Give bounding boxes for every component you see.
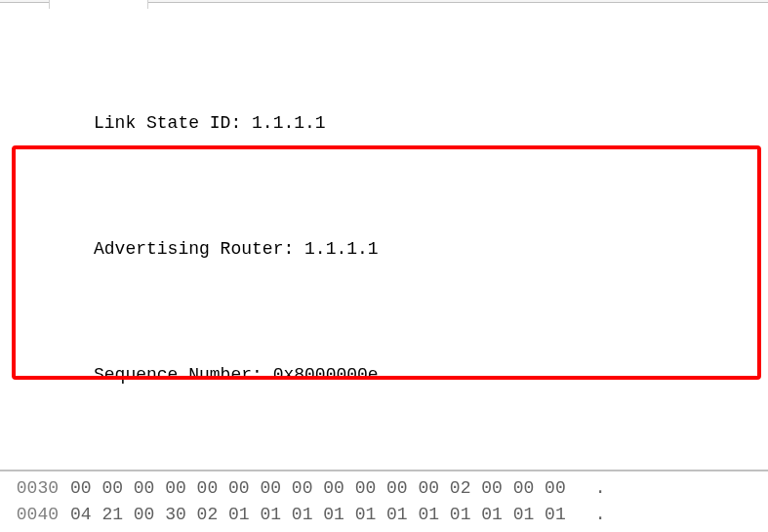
field-adv-router-1[interactable]: Advertising Router: 1.1.1.1 bbox=[0, 233, 768, 265]
hex-row[interactable]: 0040 04 21 00 30 02 01 01 01 01 01 01 01… bbox=[0, 502, 768, 528]
packet-details-pane[interactable]: Link State ID: 1.1.1.1 Advertising Route… bbox=[0, 3, 768, 470]
field-link-state-id-1[interactable]: Link State ID: 1.1.1.1 bbox=[0, 107, 768, 139]
hex-bytes: 00 00 00 00 00 00 00 00 00 00 00 00 02 0… bbox=[70, 475, 566, 502]
field-seq-num-1[interactable]: Sequence Number: 0x8000000e bbox=[0, 359, 768, 390]
field-text: Link State ID: 1.1.1.1 bbox=[94, 107, 326, 139]
hex-ascii: . bbox=[566, 475, 606, 502]
field-text: Advertising Router: 1.1.1.1 bbox=[94, 233, 379, 265]
hex-ascii: . bbox=[566, 502, 606, 528]
hex-offset: 0040 bbox=[0, 502, 70, 528]
hex-bytes: 04 21 00 30 02 01 01 01 01 01 01 01 01 0… bbox=[70, 502, 566, 528]
field-text: Sequence Number: 0x8000000e bbox=[94, 359, 379, 390]
hex-dump-pane[interactable]: 0030 00 00 00 00 00 00 00 00 00 00 00 00… bbox=[0, 470, 768, 532]
hex-row[interactable]: 0030 00 00 00 00 00 00 00 00 00 00 00 00… bbox=[0, 475, 768, 502]
hex-offset: 0030 bbox=[0, 475, 70, 502]
